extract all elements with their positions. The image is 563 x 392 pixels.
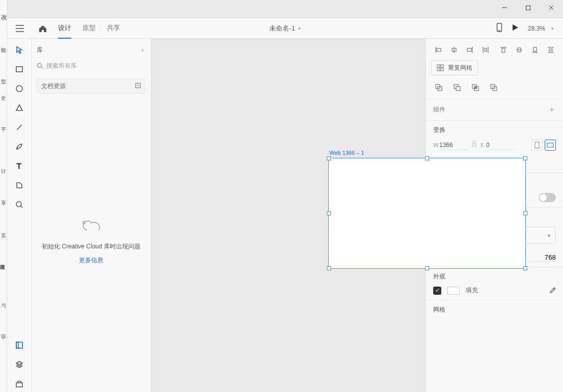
play-button[interactable]	[512, 24, 519, 33]
portrait-button[interactable]	[531, 139, 543, 151]
boolean-exclude-button[interactable]	[486, 80, 501, 95]
assets-panel-button[interactable]	[11, 337, 27, 353]
svg-rect-42	[549, 49, 552, 51]
align-top-button[interactable]	[497, 43, 511, 57]
resize-handle-sw[interactable]	[327, 266, 331, 270]
tool-strip: T	[7, 39, 32, 392]
canvas[interactable]: Web 1366 – 1	[151, 39, 426, 392]
add-library-button[interactable]: ＋	[139, 46, 146, 54]
svg-rect-1	[526, 6, 530, 10]
fill-checkbox[interactable]: ✓	[433, 287, 441, 295]
text-tool[interactable]: T	[11, 158, 27, 174]
add-component-button[interactable]: ＋	[548, 104, 556, 115]
repeat-grid-button[interactable]: 重复网格	[431, 60, 478, 75]
svg-rect-35	[502, 48, 505, 52]
document-assets-row[interactable]: 文档资源	[37, 78, 146, 94]
fill-swatch[interactable]	[447, 287, 460, 295]
line-tool[interactable]	[11, 119, 27, 135]
unlock-aspect-icon[interactable]	[469, 141, 480, 150]
document-title-text: 未命名-1	[269, 24, 295, 33]
polygon-tool[interactable]	[11, 100, 27, 116]
window-minimize-button[interactable]	[493, 0, 516, 15]
svg-rect-30	[467, 48, 471, 51]
tab-share[interactable]: 共享	[107, 18, 120, 39]
resize-handle-e[interactable]	[523, 211, 527, 215]
svg-rect-45	[437, 68, 440, 71]
align-bottom-button[interactable]	[528, 43, 542, 57]
library-search-input[interactable]	[46, 62, 146, 69]
svg-rect-56	[473, 144, 476, 147]
svg-line-15	[21, 206, 22, 208]
resize-handle-nw[interactable]	[327, 156, 331, 160]
top-toolbar: 设计 原型 共享 未命名-1 ▾ 28.3% ▾	[7, 18, 563, 39]
align-left-button[interactable]	[431, 43, 445, 57]
window-maximize-button[interactable]	[516, 0, 540, 15]
resize-handle-se[interactable]	[523, 266, 527, 270]
zoom-dropdown[interactable]: 28.3% ▾	[528, 25, 554, 32]
resize-handle-ne[interactable]	[523, 156, 527, 160]
resize-handle-n[interactable]	[425, 156, 429, 160]
artboard-label[interactable]: Web 1366 – 1	[329, 150, 364, 156]
distribute-h-button[interactable]	[478, 43, 492, 57]
x-input[interactable]	[486, 141, 515, 150]
distribute-v-button[interactable]	[544, 43, 558, 57]
boolean-intersect-button[interactable]	[468, 80, 483, 95]
svg-rect-39	[533, 47, 537, 51]
x-label: X	[480, 142, 486, 148]
fill-label: 填充	[466, 286, 478, 295]
svg-point-19	[38, 63, 42, 67]
chevron-down-icon: ▾	[548, 233, 550, 238]
viewport-input[interactable]	[530, 254, 556, 262]
menu-button[interactable]	[7, 18, 33, 39]
cloud-error-icon	[80, 217, 102, 234]
artboard[interactable]	[328, 158, 526, 269]
left-fragment-strip: 改 能 型 史 平 计 享 页 建 习 设	[0, 0, 7, 392]
resize-handle-w[interactable]	[327, 211, 331, 215]
resize-handle-s[interactable]	[425, 266, 429, 270]
align-middle-button[interactable]	[513, 43, 526, 57]
svg-point-10	[16, 86, 22, 92]
window-titlebar	[7, 0, 563, 18]
align-right-button[interactable]	[463, 43, 476, 57]
ellipse-tool[interactable]	[11, 80, 27, 97]
device-preview-button[interactable]	[496, 23, 502, 34]
artboard-tool[interactable]	[11, 177, 27, 193]
tab-design[interactable]: 设计	[58, 18, 71, 39]
boolean-subtract-button[interactable]	[449, 80, 465, 95]
select-tool[interactable]	[11, 42, 27, 58]
app-window: 设计 原型 共享 未命名-1 ▾ 28.3% ▾	[7, 0, 563, 392]
svg-rect-50	[456, 87, 460, 91]
responsive-toggle[interactable]	[539, 193, 556, 202]
pen-tool[interactable]	[11, 138, 27, 155]
width-input[interactable]	[439, 141, 468, 150]
svg-rect-43	[437, 65, 440, 67]
window-close-button[interactable]	[540, 0, 563, 15]
home-button[interactable]	[33, 24, 53, 33]
svg-rect-17	[16, 342, 18, 348]
document-title[interactable]: 未命名-1 ▾	[269, 24, 301, 33]
appearance-label: 外观	[433, 272, 556, 281]
svg-rect-46	[441, 68, 443, 71]
components-label: 组件	[433, 105, 445, 114]
align-center-h-button[interactable]	[447, 43, 461, 57]
zoom-tool[interactable]	[11, 197, 27, 213]
libraries-panel: 库 ＋ 文档资源 初始化 Creative Cloud 库时出现问题 更多信息	[32, 39, 151, 392]
plugins-panel-button[interactable]	[11, 376, 27, 392]
eyedropper-button[interactable]	[549, 286, 556, 295]
rectangle-tool[interactable]	[11, 61, 27, 77]
search-icon	[37, 63, 43, 69]
library-more-info-link[interactable]: 更多信息	[79, 256, 103, 265]
layers-panel-button[interactable]	[11, 356, 27, 373]
library-search[interactable]	[37, 58, 146, 73]
zoom-value: 28.3%	[528, 25, 545, 32]
svg-rect-44	[441, 65, 443, 67]
landscape-button[interactable]	[545, 139, 556, 151]
document-assets-label: 文档资源	[41, 82, 66, 91]
svg-rect-33	[485, 48, 487, 51]
svg-rect-57	[535, 142, 539, 148]
boolean-add-button[interactable]	[431, 80, 446, 95]
collapse-icon	[135, 82, 141, 90]
tab-prototype[interactable]: 原型	[82, 18, 96, 39]
svg-rect-18	[16, 383, 22, 387]
svg-rect-9	[16, 67, 22, 72]
